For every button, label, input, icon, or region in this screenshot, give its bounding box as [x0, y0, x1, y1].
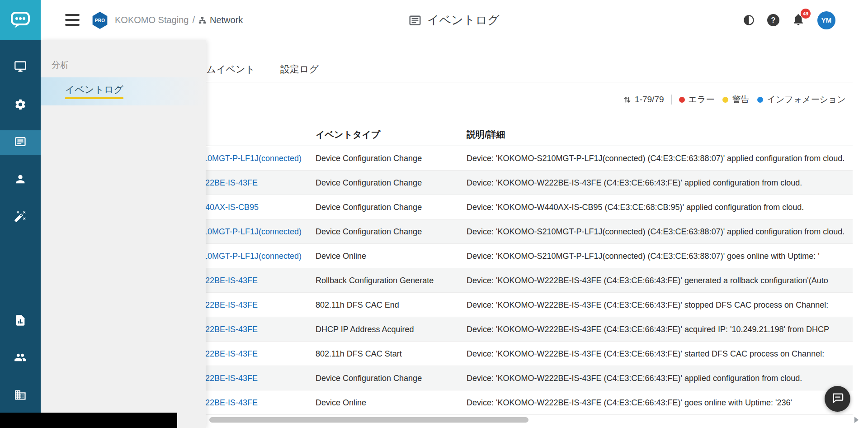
event-type-cell: Device Configuration Change: [316, 366, 422, 390]
report-icon: [14, 314, 27, 328]
app-root: PRO KOKOMO Staging / Network イベントログ ?: [0, 0, 868, 428]
sidebar-item-organization[interactable]: [0, 384, 41, 408]
event-type-cell: Device Configuration Change: [316, 146, 422, 171]
people-icon: [14, 351, 27, 366]
user-avatar[interactable]: YM: [817, 11, 835, 29]
bottom-overlay-bar: [0, 413, 177, 428]
event-description-cell: Device: 'KOKOMO-S210MGT-P-LF1J(connected…: [467, 146, 853, 171]
monitor-icon: [14, 60, 27, 75]
event-description-cell: Device: 'KOKOMO-W222BE-IS-43FE (C4:E3:CE…: [467, 390, 853, 415]
legend-label: インフォメーション: [767, 94, 846, 105]
severity-dot: [722, 97, 728, 103]
event-type-cell: Device Configuration Change: [316, 171, 422, 195]
breadcrumb: KOKOMO Staging / Network: [115, 0, 243, 40]
sidebar-item-event-log[interactable]: [0, 130, 41, 155]
legend-label: エラー: [689, 94, 715, 105]
pro-badge: PRO: [91, 12, 108, 29]
event-description-cell: Device: 'KOKOMO-W222BE-IS-43FE (C4:E3:CE…: [467, 171, 853, 195]
event-description-cell: Device: 'KOKOMO-W222BE-IS-43FE (C4:E3:CE…: [467, 317, 853, 342]
page-title-text: イベントログ: [427, 12, 500, 28]
sidebar: [0, 0, 41, 428]
building-icon: [14, 389, 27, 403]
severity-dot: [679, 97, 685, 103]
event-type-cell: 802.11h DFS CAC Start: [316, 342, 402, 366]
tab-divider: [172, 82, 853, 82]
event-type-cell: DHCP IP Address Acquired: [316, 317, 414, 342]
help-icon[interactable]: ?: [767, 14, 779, 26]
event-log-icon: [14, 135, 27, 150]
scroll-right-arrow[interactable]: [854, 417, 859, 423]
severity-legend: エラー 警告 インフォメーション: [679, 94, 846, 105]
column-description: 説明/詳細: [467, 128, 505, 141]
event-description-cell: Device: 'KOKOMO-S210MGT-P-LF1J(connected…: [467, 219, 853, 244]
magic-wand-icon: [14, 210, 27, 224]
flyout-menu: 分析 イベントログ: [41, 40, 206, 428]
legend-item: 警告: [722, 94, 749, 105]
event-type-cell: Device Online: [316, 244, 366, 268]
menu-item-event-log[interactable]: イベントログ: [41, 77, 206, 105]
top-header: PRO KOKOMO Staging / Network イベントログ ?: [41, 0, 868, 40]
sidebar-item-tools[interactable]: [0, 205, 41, 229]
chat-bubble-icon: [831, 392, 844, 406]
breadcrumb-separator: /: [192, 15, 195, 25]
severity-dot: [757, 97, 763, 103]
sidebar-item-users[interactable]: [0, 346, 41, 371]
chat-logo-icon: [9, 9, 31, 32]
breadcrumb-site[interactable]: Network: [210, 15, 243, 25]
notifications-button[interactable]: 49: [792, 13, 805, 28]
sidebar-item-reports[interactable]: [0, 309, 41, 333]
column-event-type: イベントタイプ: [316, 128, 380, 141]
event-description-cell: Device: 'KOKOMO-W222BE-IS-43FE (C4:E3:CE…: [467, 293, 853, 317]
toolbar: 1-79/79 エラー 警告 インフォメーション: [623, 93, 846, 106]
menu-section-label: 分析: [52, 59, 69, 71]
menu-toggle-button[interactable]: [65, 14, 80, 26]
event-type-cell: Rollback Configuration Generate: [316, 268, 434, 293]
page-title: イベントログ: [408, 0, 500, 40]
event-description-cell: Device: 'KOKOMO-W222BE-IS-43FE (C4:E3:CE…: [467, 268, 853, 293]
sidebar-item-settings[interactable]: [0, 93, 41, 118]
gear-icon: [14, 98, 27, 113]
sidebar-item-monitoring[interactable]: [0, 55, 41, 80]
menu-item-label: イベントログ: [65, 84, 123, 95]
sort-icon[interactable]: [623, 95, 632, 105]
legend-item: エラー: [679, 94, 715, 105]
event-description-cell: Device: 'KOKOMO-W222BE-IS-43FE (C4:E3:CE…: [467, 366, 853, 390]
event-description-cell: Device: 'KOKOMO-W440AX-IS-CB95 (C4:E3:CE…: [467, 195, 853, 219]
toolbar-divider: [671, 95, 672, 105]
event-log-title-icon: [408, 14, 422, 27]
event-type-cell: Device Configuration Change: [316, 195, 422, 219]
event-type-cell: 802.11h DFS CAC End: [316, 293, 399, 317]
horizontal-scrollbar[interactable]: [209, 417, 528, 423]
tab-config-log[interactable]: 設定ログ: [280, 63, 319, 76]
event-description-cell: Device: 'KOKOMO-S210MGT-P-LF1J(connected…: [467, 244, 853, 268]
chat-fab-button[interactable]: [825, 386, 850, 412]
app-logo[interactable]: [0, 0, 41, 40]
contrast-theme-icon[interactable]: [743, 14, 755, 26]
active-item-underline: [65, 97, 123, 99]
legend-item: インフォメーション: [757, 94, 846, 105]
notification-badge: 49: [801, 9, 811, 19]
event-description-cell: Device: 'KOKOMO-W222BE-IS-43FE (C4:E3:CE…: [467, 342, 853, 366]
breadcrumb-org[interactable]: KOKOMO Staging: [115, 15, 189, 25]
sidebar-item-clients[interactable]: [0, 168, 41, 192]
network-icon: [198, 16, 206, 24]
event-type-cell: Device Online: [316, 390, 366, 415]
legend-label: 警告: [732, 94, 749, 105]
pagination-range: 1-79/79: [635, 95, 664, 105]
person-icon: [14, 173, 27, 187]
header-actions: ? 49 YM: [743, 0, 835, 40]
event-type-cell: Device Configuration Change: [316, 219, 422, 244]
